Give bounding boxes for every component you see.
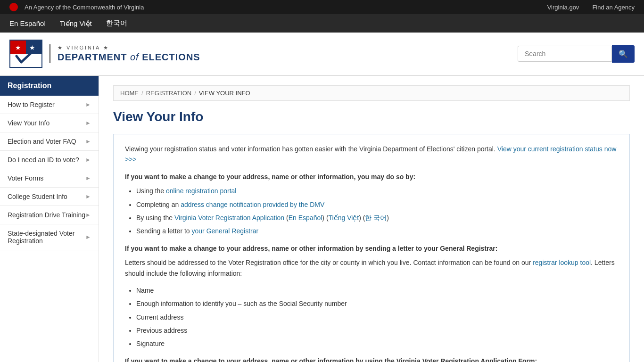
list-item: Signature xyxy=(136,338,618,349)
chevron-icon: ► xyxy=(85,101,91,108)
content-box: Viewing your registration status and vot… xyxy=(113,134,630,362)
top-bar: An Agency of the Commonwealth of Virgini… xyxy=(0,0,644,14)
sidebar: Registration How to Register ► View Your… xyxy=(0,76,99,362)
list-item: By using the Virginia Voter Registration… xyxy=(136,213,618,223)
list-item: Current address xyxy=(136,312,618,322)
chevron-icon: ► xyxy=(85,234,91,240)
site-logo: ★ ★ xyxy=(9,40,42,68)
search-area: 🔍 xyxy=(518,45,635,63)
list-item: Completing an address change notificatio… xyxy=(136,199,618,210)
sidebar-item-registration-drive-training[interactable]: Registration Drive Training ► xyxy=(0,206,99,224)
site-header: ★ ★ ★ VIRGINIA ★ DEPARTMENT of ELECTIONS… xyxy=(0,33,644,76)
page-title: View Your Info xyxy=(113,109,630,124)
dmv-change-link[interactable]: address change notification provided by … xyxy=(181,201,324,208)
chevron-icon: ► xyxy=(85,175,91,181)
sidebar-item-college-student-info[interactable]: College Student Info ► xyxy=(0,188,99,206)
vietnamese-app-link[interactable]: Tiếng Việt xyxy=(329,214,359,222)
chevron-icon: ► xyxy=(85,212,91,218)
sidebar-item-how-to-register[interactable]: How to Register ► xyxy=(0,96,99,114)
sidebar-title: Registration xyxy=(0,76,99,96)
lang-spanish[interactable]: En Español xyxy=(9,19,46,27)
search-button[interactable]: 🔍 xyxy=(612,45,635,63)
agency-text: An Agency of the Commonwealth of Virgini… xyxy=(25,4,534,11)
list-item: Name xyxy=(136,285,618,296)
language-bar: En Español Tiếng Việt 한국어 xyxy=(0,14,644,33)
logo-stars: ★ VIRGINIA ★ xyxy=(58,44,200,51)
spanish-app-link[interactable]: En Español xyxy=(289,214,322,222)
breadcrumb-registration[interactable]: REGISTRATION xyxy=(146,90,192,97)
list-item: Using the online registration portal xyxy=(136,186,618,196)
change-methods-list: Using the online registration portal Com… xyxy=(136,186,618,237)
korean-app-link[interactable]: 한 국어 xyxy=(365,214,387,222)
dept-name: DEPARTMENT of ELECTIONS xyxy=(58,51,200,63)
virginia-gov-link[interactable]: Virginia.gov xyxy=(547,4,579,11)
list-item: Sending a letter to your General Registr… xyxy=(136,226,618,236)
find-agency-link[interactable]: Find an Agency xyxy=(592,4,635,11)
chevron-icon: ► xyxy=(85,138,91,145)
lang-vietnamese[interactable]: Tiếng Việt xyxy=(60,19,92,28)
intro-paragraph: Viewing your registration status and vot… xyxy=(125,144,618,165)
logo-text: ★ VIRGINIA ★ DEPARTMENT of ELECTIONS xyxy=(50,44,200,63)
svg-text:★: ★ xyxy=(29,44,35,51)
sidebar-item-id-to-vote[interactable]: Do I need an ID to vote? ► xyxy=(0,151,99,169)
letter-info-list: Name Enough information to identify you … xyxy=(136,285,618,349)
list-item: Previous address xyxy=(136,325,618,336)
section3-heading: If you want to make a change to your add… xyxy=(125,356,618,362)
registrar-lookup-link[interactable]: registrar lookup tool xyxy=(533,259,591,266)
section1-heading: If you want to make a change to your add… xyxy=(125,172,618,182)
logo-area: ★ ★ ★ VIRGINIA ★ DEPARTMENT of ELECTIONS xyxy=(9,40,200,68)
svg-text:★: ★ xyxy=(15,44,21,51)
section2-heading: If you want to make a change to your add… xyxy=(125,243,618,254)
breadcrumb: HOME / REGISTRATION / VIEW YOUR INFO xyxy=(113,85,630,101)
sidebar-item-view-your-info[interactable]: View Your Info ► xyxy=(0,114,99,132)
sidebar-item-voter-forms[interactable]: Voter Forms ► xyxy=(0,169,99,188)
online-portal-link[interactable]: online registration portal xyxy=(166,187,236,195)
main-content: HOME / REGISTRATION / VIEW YOUR INFO Vie… xyxy=(99,76,644,362)
chevron-icon: ► xyxy=(85,193,91,200)
chevron-icon: ► xyxy=(85,120,91,126)
breadcrumb-current: VIEW YOUR INFO xyxy=(199,90,250,97)
main-container: Registration How to Register ► View Your… xyxy=(0,76,644,362)
general-registrar-link[interactable]: your General Registrar xyxy=(192,227,259,235)
list-item: Enough information to identify you – suc… xyxy=(136,298,618,309)
va-voter-app-link[interactable]: Virginia Voter Registration Application xyxy=(174,214,284,222)
search-input[interactable] xyxy=(518,46,612,62)
svg-rect-5 xyxy=(10,54,41,67)
letters-paragraph: Letters should be addressed to the Voter… xyxy=(125,257,618,279)
chevron-icon: ► xyxy=(85,156,91,163)
breadcrumb-home[interactable]: HOME xyxy=(120,90,139,97)
commonwealth-logo xyxy=(9,3,18,11)
sidebar-item-election-voter-faq[interactable]: Election and Voter FAQ ► xyxy=(0,132,99,151)
lang-korean[interactable]: 한국어 xyxy=(106,19,127,28)
sidebar-item-state-designated-voter-registration[interactable]: State-designated Voter Registration ► xyxy=(0,224,99,250)
